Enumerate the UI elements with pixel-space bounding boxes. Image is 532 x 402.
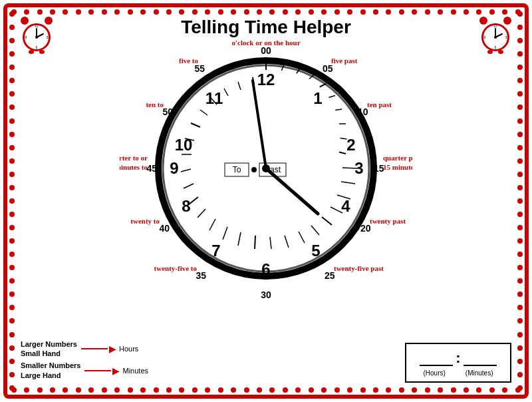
svg-text:twenty-five past: twenty-five past <box>334 264 384 272</box>
svg-text:7: 7 <box>211 242 220 260</box>
svg-text:40: 40 <box>159 223 170 234</box>
legend-smaller-text: Smaller NumbersLarge Hand <box>21 361 80 379</box>
svg-point-75 <box>262 164 270 172</box>
dots-right <box>517 7 523 395</box>
svg-text:five to: five to <box>179 57 199 65</box>
svg-text:55: 55 <box>194 63 205 74</box>
svg-point-24 <box>487 50 493 54</box>
svg-point-14 <box>503 17 511 25</box>
svg-line-86 <box>342 168 358 168</box>
svg-text:twenty-five to: twenty-five to <box>154 264 198 272</box>
svg-point-0 <box>21 17 29 25</box>
svg-text:twenty to: twenty to <box>130 217 160 225</box>
hours-field <box>420 350 453 366</box>
legend-minutes-arrow: ▶ <box>84 365 120 376</box>
legend-hours-label: Hours <box>119 345 138 353</box>
svg-text:3: 3 <box>505 35 507 39</box>
legend-hours-row: Larger NumbersSmall Hand ▶ Hours <box>21 339 148 359</box>
svg-text:9: 9 <box>25 35 27 39</box>
minutes-label: (Minutes) <box>466 369 493 377</box>
svg-text:2: 2 <box>346 136 355 154</box>
svg-text:15 minutes past: 15 minutes past <box>383 163 412 171</box>
svg-text:9: 9 <box>484 35 486 39</box>
svg-text:35: 35 <box>196 270 206 281</box>
svg-text:6: 6 <box>495 45 497 49</box>
svg-point-12 <box>39 50 45 54</box>
alarm-icon-right: 12 6 9 3 <box>475 14 515 54</box>
legend-minutes-row: Smaller NumbersLarge Hand ▶ Minutes <box>21 361 148 380</box>
svg-point-25 <box>498 50 503 54</box>
svg-text:1: 1 <box>313 89 322 107</box>
svg-point-13 <box>479 17 487 25</box>
svg-text:ten to: ten to <box>146 100 164 108</box>
svg-text:05: 05 <box>323 63 333 74</box>
svg-text:4: 4 <box>341 197 350 215</box>
outer-border: Telling Time Helper 12 6 9 3 12 6 9 3 <box>3 3 529 399</box>
time-colon: : <box>456 349 460 367</box>
svg-text:12: 12 <box>493 24 497 28</box>
svg-text:quarter to or: quarter to or <box>120 154 148 162</box>
minutes-field <box>464 350 497 366</box>
dots-top <box>7 9 525 15</box>
svg-point-6 <box>35 36 38 39</box>
svg-text:five past: five past <box>331 57 358 65</box>
time-display-box: : (Hours) (Minutes) <box>405 343 511 383</box>
alarm-icon-left: 12 6 9 3 <box>17 14 57 54</box>
dots-left <box>9 7 15 395</box>
svg-text:twenty past: twenty past <box>370 217 406 225</box>
dots-bottom <box>7 387 525 393</box>
svg-text:11: 11 <box>205 89 223 107</box>
legend-minutes-label: Minutes <box>122 367 148 375</box>
svg-text:6: 6 <box>36 45 38 49</box>
svg-point-1 <box>45 17 53 25</box>
legend-hours-arrow: ▶ <box>81 343 116 354</box>
svg-text:10: 10 <box>175 136 193 154</box>
svg-text:8: 8 <box>182 197 190 215</box>
svg-text:9: 9 <box>170 159 178 177</box>
svg-text:15 minutes to: 15 minutes to <box>120 163 148 171</box>
svg-text:12: 12 <box>257 71 275 89</box>
svg-text:To: To <box>233 165 241 174</box>
svg-point-11 <box>29 50 34 54</box>
hours-label: (Hours) <box>423 369 445 377</box>
svg-text:ten past: ten past <box>367 100 392 108</box>
svg-text:quarter past or: quarter past or <box>383 154 412 162</box>
svg-text:30: 30 <box>261 290 271 300</box>
svg-text:00: 00 <box>261 45 271 56</box>
legend-larger-text: Larger NumbersSmall Hand <box>21 340 77 357</box>
svg-text:6: 6 <box>261 260 270 278</box>
time-box-labels: (Hours) (Minutes) <box>423 369 493 377</box>
svg-text:3: 3 <box>47 35 49 39</box>
svg-text:o'clock or on the hour: o'clock or on the hour <box>231 39 300 47</box>
svg-point-70 <box>251 167 257 172</box>
svg-text:5: 5 <box>311 242 320 260</box>
svg-point-19 <box>494 36 497 39</box>
time-display-top: : <box>420 349 496 367</box>
svg-text:12: 12 <box>35 24 39 28</box>
legend: Larger NumbersSmall Hand ▶ Hours Smaller… <box>21 339 148 383</box>
clock-svg: 00 o'clock or on the hour 05 five past 5… <box>120 35 412 302</box>
svg-line-95 <box>255 236 255 249</box>
